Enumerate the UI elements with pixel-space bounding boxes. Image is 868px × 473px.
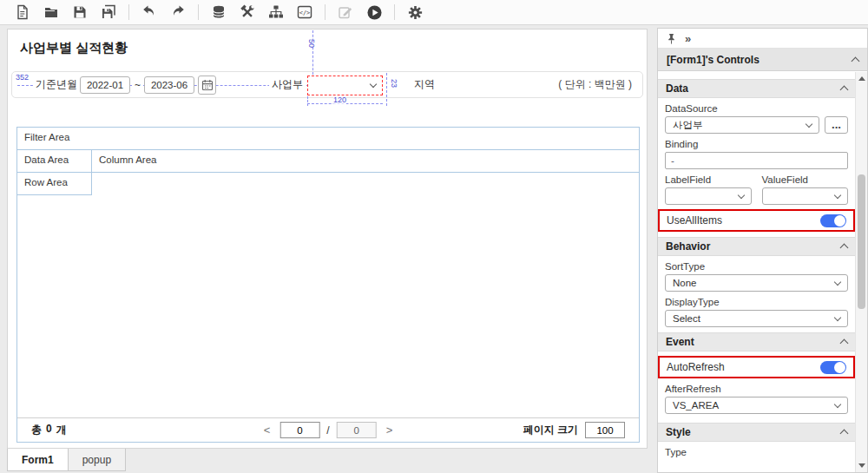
save-all-icon — [101, 4, 116, 20]
total-suffix: 개 — [56, 423, 67, 437]
region-label: 지역 — [411, 72, 437, 97]
valuefield-label: ValueField — [762, 174, 849, 185]
displaytype-select[interactable]: Select — [665, 310, 848, 327]
measure-line-right — [386, 73, 387, 106]
binding-label: Binding — [665, 139, 848, 149]
sorttype-value: None — [673, 278, 697, 288]
section-header-data[interactable]: Data — [658, 79, 855, 98]
column-area-cell[interactable]: Column Area — [92, 150, 639, 173]
open-folder-icon — [43, 4, 59, 20]
total-prefix: 총 — [31, 423, 42, 437]
calendar-button[interactable] — [198, 76, 216, 95]
binding-input[interactable] — [665, 152, 848, 169]
data-area-cell[interactable]: Data Area — [17, 150, 92, 173]
date-to-input[interactable] — [144, 76, 194, 94]
division-select[interactable] — [307, 76, 383, 95]
useallitems-row-annotation: UseAllItems — [658, 209, 855, 232]
code-editor-icon: </> — [297, 4, 312, 20]
page-separator: / — [326, 424, 329, 437]
settings-button[interactable] — [403, 2, 427, 23]
chevron-down-icon — [834, 278, 841, 285]
chevron-up-icon — [840, 86, 849, 95]
edit-button[interactable] — [333, 2, 358, 23]
redo-button[interactable] — [166, 2, 190, 23]
open-folder-button[interactable] — [39, 2, 63, 23]
design-canvas: 사업부별 실적현황 352 50 23 120 기준년월 ~ 사업부 지역 ( … — [7, 29, 648, 449]
pin-icon[interactable] — [666, 33, 677, 44]
total-pages-input[interactable] — [337, 422, 377, 438]
toolbar: </> — [0, 0, 868, 25]
app-window: { "toolbar": { "icons": ["new-document",… — [0, 0, 868, 473]
datasource-label: DataSource — [665, 103, 848, 114]
form-tabs: Form1 popup — [7, 449, 126, 471]
filter-area-cell[interactable]: Filter Area — [17, 128, 639, 150]
settings-icon — [407, 4, 424, 21]
filter-bar: 352 50 23 120 기준년월 ~ 사업부 지역 ( 단위 : 백만원 ) — [11, 71, 643, 98]
save-button[interactable] — [68, 2, 92, 23]
panel-header[interactable]: [Form1]'s Controls — [658, 49, 867, 71]
pagination-bar: 총 0 개 < / > 페이지 크기 — [17, 417, 639, 442]
toolbar-separator — [128, 4, 129, 20]
chevron-down-icon — [834, 313, 841, 320]
afterrefresh-label: AfterRefresh — [665, 384, 848, 394]
datasource-select[interactable]: 사업부 — [665, 116, 819, 134]
chevron-down-icon — [737, 191, 744, 198]
scroll-down-icon[interactable] — [858, 463, 865, 468]
scroll-up-icon[interactable] — [858, 76, 865, 81]
displaytype-value: Select — [673, 313, 700, 324]
chevron-down-icon — [370, 81, 377, 88]
measure-top-offset: 50 — [307, 39, 316, 48]
chevron-up-icon — [840, 339, 849, 348]
panel-header-title: [Form1]'s Controls — [667, 54, 760, 66]
collapse-panel-button[interactable]: » — [685, 33, 691, 44]
division-label: 사업부 — [269, 72, 306, 97]
measure-left-offset: 352 — [16, 73, 29, 82]
section-header-event[interactable]: Event — [658, 332, 855, 351]
new-document-button[interactable] — [10, 2, 35, 23]
pivot-grid: Filter Area Data Area Column Area Row Ar… — [16, 127, 640, 443]
database-button[interactable] — [207, 2, 231, 23]
save-icon — [72, 4, 88, 20]
unit-note: ( 단위 : 백만원 ) — [558, 72, 632, 97]
tab-form1[interactable]: Form1 — [7, 449, 69, 471]
tools-button[interactable] — [235, 2, 260, 23]
section-title: Style — [666, 426, 691, 438]
autorefresh-row-annotation: AutoRefresh — [658, 356, 855, 378]
row-area-cell[interactable]: Row Area — [17, 173, 92, 195]
undo-button[interactable] — [137, 2, 161, 23]
tab-popup[interactable]: popup — [69, 449, 126, 471]
page-navigator: < / > — [261, 422, 396, 438]
measure-control-width: 120 — [333, 95, 346, 104]
chevron-up-icon — [852, 56, 860, 65]
afterrefresh-select[interactable]: VS_AREA — [665, 397, 848, 414]
prev-page-button[interactable]: < — [261, 424, 273, 437]
code-editor-button[interactable]: </> — [293, 2, 317, 23]
scrollbar-thumb[interactable] — [858, 174, 865, 309]
save-all-button[interactable] — [96, 2, 121, 23]
page-size-group: 페이지 크기 — [523, 422, 625, 438]
toolbar-separator — [198, 4, 199, 20]
database-icon — [211, 4, 227, 20]
page-size-input[interactable] — [585, 422, 625, 438]
labelfield-select[interactable] — [665, 187, 752, 205]
section-header-behavior[interactable]: Behavior — [658, 237, 855, 256]
sitemap-button[interactable] — [264, 2, 288, 23]
next-page-button[interactable]: > — [384, 424, 396, 437]
section-title: Event — [666, 336, 694, 348]
useallitems-toggle[interactable] — [820, 214, 846, 227]
undo-icon — [141, 4, 157, 20]
date-from-input[interactable] — [80, 76, 130, 94]
toolbar-separator — [325, 4, 326, 20]
redo-icon — [170, 4, 186, 20]
run-button[interactable] — [362, 2, 386, 23]
autorefresh-toggle[interactable] — [820, 361, 846, 374]
sorttype-select[interactable]: None — [665, 274, 848, 292]
current-page-input[interactable] — [279, 422, 319, 438]
period-label: 기준년월 — [33, 72, 80, 97]
section-header-style[interactable]: Style — [658, 423, 855, 442]
run-icon — [366, 4, 383, 21]
panel-scrollbar[interactable] — [855, 72, 867, 472]
valuefield-select[interactable] — [762, 187, 849, 205]
total-count: 총 0 개 — [31, 423, 67, 437]
datasource-more-button[interactable]: ... — [825, 116, 848, 134]
